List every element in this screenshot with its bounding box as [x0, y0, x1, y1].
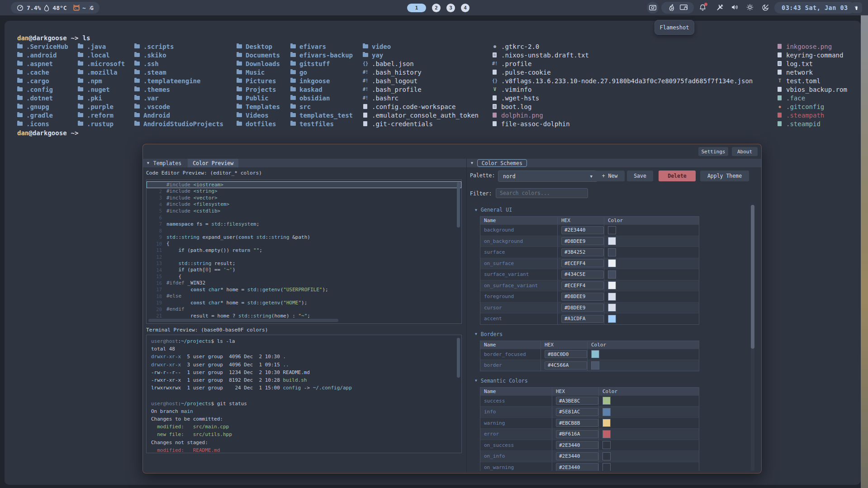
ls-item-label: kaskad [299, 86, 323, 93]
editor-line: #include <iostream> [147, 181, 461, 188]
hex-value-input[interactable]: #2E3440 [561, 226, 604, 234]
hex-value-input[interactable]: #88C0D0 [545, 350, 587, 358]
hex-value-input[interactable]: #ECEFF4 [561, 281, 604, 289]
save-button[interactable]: Save [627, 171, 653, 181]
hex-value-input[interactable]: #A3BE8C [556, 397, 598, 405]
section-title[interactable]: ▼Semantic Colors [475, 378, 749, 384]
terminal-line: -rw-r--r-- 1 user group 1234 Dec 2 10:30… [151, 369, 461, 376]
ls-item-label: .dotnet [26, 95, 53, 102]
settings-button[interactable]: Settings [698, 147, 728, 156]
collapse-icon[interactable]: ▼ [147, 161, 149, 165]
color-swatch[interactable] [591, 361, 599, 370]
editor-line: 18#else [147, 293, 461, 300]
ls-item: .java [78, 42, 125, 51]
color-swatch[interactable] [608, 237, 616, 245]
table-header-row: NameHEXColor [480, 388, 699, 395]
ls-item: .nuget [78, 85, 125, 94]
hex-value-input[interactable]: #EBCB8B [556, 419, 598, 427]
section-title[interactable]: ▼Borders [475, 331, 749, 337]
hex-value-input[interactable]: #D8DEE9 [561, 293, 604, 301]
hex-value-input[interactable]: #BF616A [556, 430, 598, 438]
airplane-mode-button[interactable] [716, 4, 724, 11]
editor-vertical-scrollbar[interactable] [457, 182, 460, 227]
hex-value-input[interactable]: #A1CDFA [561, 315, 604, 323]
color-swatch[interactable] [608, 248, 616, 256]
terminal-line: lrwxrwxrwx 1 user group 24 Dec 1 15:00 c… [151, 384, 461, 392]
screen-record-button[interactable] [647, 2, 659, 14]
line-number: 18 [147, 294, 166, 299]
hex-value-input[interactable]: #D8DEE9 [561, 303, 604, 312]
hex-cell: #4C566A [541, 360, 587, 371]
color-swatch[interactable] [608, 303, 616, 312]
hex-value-input[interactable]: #2E3440 [556, 463, 598, 471]
ls-item-label: .cargo [26, 77, 49, 85]
color-swatch[interactable] [602, 408, 611, 416]
tray-icon-button[interactable] [851, 2, 862, 13]
hex-value-input[interactable]: #3B4252 [561, 248, 604, 256]
brightness-button[interactable] [746, 4, 754, 11]
hex-value-input[interactable]: #2E3440 [556, 441, 598, 449]
right-panel-scrollbar[interactable] [751, 205, 754, 471]
section-title[interactable]: ▼General UI [475, 207, 749, 213]
delete-button[interactable]: Delete [659, 171, 696, 181]
clock[interactable]: 03:43 Sat, Jan 03 [774, 2, 855, 14]
color-swatch[interactable] [608, 281, 616, 289]
terminal-preview[interactable]: user@host:~/projects$ ls -latotal 48drwx… [146, 335, 462, 453]
hex-value-input[interactable]: #D8DEE9 [561, 237, 604, 245]
scrollbar-thumb[interactable] [751, 205, 754, 349]
vim-file-icon: V [492, 87, 498, 92]
terminal-app-pill[interactable]: ~ [69, 2, 90, 14]
color-swatch[interactable] [602, 463, 611, 471]
ls-item-label: Documents [246, 52, 280, 59]
tab-color-schemes[interactable]: Color Schemes [477, 159, 527, 167]
hex-value-input[interactable]: #5E81AC [556, 408, 598, 416]
color-swatch[interactable] [608, 259, 616, 267]
color-name: background [480, 227, 557, 233]
color-swatch[interactable] [602, 452, 611, 460]
palette-dropdown[interactable]: nord ▼ [498, 171, 598, 182]
ls-item: .gradle [17, 111, 68, 119]
color-swatch[interactable] [602, 441, 611, 449]
color-swatch[interactable] [602, 430, 611, 438]
line-number: 16 [147, 280, 166, 286]
new-palette-button[interactable]: + New [595, 171, 625, 181]
apply-theme-button[interactable]: Apply Theme [700, 171, 749, 181]
flameshot-icon[interactable] [668, 4, 674, 11]
tab-color-preview[interactable]: Color Preview [188, 159, 238, 167]
tab-templates[interactable]: Templates [153, 160, 181, 166]
workspace-4[interactable]: 4 [461, 4, 470, 12]
table-header-row: NameHEXColor [480, 341, 699, 349]
filter-input[interactable] [496, 188, 588, 198]
color-swatch[interactable] [608, 226, 616, 234]
hex-value-input[interactable]: #434C5E [561, 270, 604, 279]
night-light-button[interactable] [762, 4, 769, 11]
color-swatch[interactable] [608, 293, 616, 301]
hex-cell: #D8DEE9 [557, 236, 604, 247]
editor-horizontal-scrollbar[interactable] [148, 319, 338, 322]
screen-lock-icon[interactable] [680, 5, 688, 11]
collapse-icon[interactable]: ▼ [471, 161, 473, 165]
hex-value-input[interactable]: #ECEFF4 [561, 259, 604, 267]
workspace-3[interactable]: 3 [446, 4, 455, 12]
terminal-line: drwxr-xr-x 3 user group 4096 Dec 1 09:15… [151, 361, 461, 369]
color-swatch[interactable] [608, 315, 616, 323]
folder-icon [237, 113, 242, 117]
notifications-button[interactable] [699, 4, 706, 11]
color-swatch[interactable] [602, 397, 611, 405]
ls-item-label: .babel.json [372, 60, 414, 67]
hex-value-input[interactable]: #2E3440 [556, 452, 598, 460]
color-swatch[interactable] [591, 350, 599, 358]
ls-item: #!.profile [492, 59, 753, 68]
workspace-1[interactable]: 1 [407, 4, 426, 12]
color-swatch[interactable] [602, 419, 611, 427]
color-swatch[interactable] [608, 270, 616, 279]
terminal-vertical-scrollbar[interactable] [457, 338, 460, 378]
volume-button[interactable] [731, 4, 738, 10]
ls-item: .local [78, 51, 125, 59]
workspace-2[interactable]: 2 [432, 4, 441, 12]
code-editor-preview[interactable]: #include <iostream>2#include <string>3#i… [146, 180, 462, 324]
about-button[interactable]: About [732, 147, 758, 156]
color-cell [587, 349, 699, 360]
hex-value-input[interactable]: #4C566A [545, 361, 587, 370]
code-text: if (path.empty()) return ""; [166, 247, 262, 253]
